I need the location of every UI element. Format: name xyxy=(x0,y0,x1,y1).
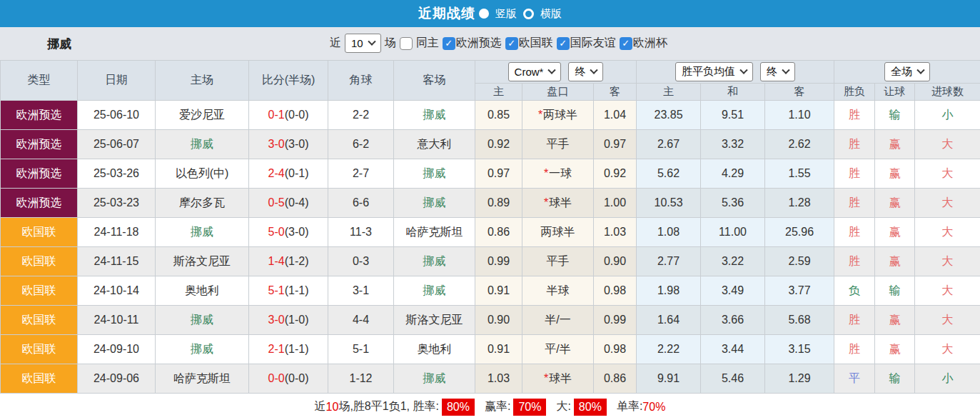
crow-group-header: Crow* 终 xyxy=(475,61,637,84)
mean-home-odds: 9.91 xyxy=(637,364,701,394)
mean-home-odds: 1.98 xyxy=(637,276,701,306)
home-team-cell: 挪威 xyxy=(156,306,249,335)
type-cell: 欧国联 xyxy=(1,306,78,335)
type-cell: 欧洲预选 xyxy=(1,159,78,189)
mean-type-select[interactable]: 胜平负均值 xyxy=(675,62,753,81)
mean-away-odds: 25.96 xyxy=(765,218,834,247)
competition-checkbox-1[interactable]: ✓ xyxy=(505,37,518,50)
home-team-cell: 挪威 xyxy=(156,130,249,159)
date-cell: 24-10-14 xyxy=(78,276,156,306)
spread-result-cell: 赢 xyxy=(875,306,915,335)
score-cell: 5-1(1-1) xyxy=(249,276,328,306)
competition-label: 国际友谊 xyxy=(570,36,616,51)
col-header-score: 比分(半场) xyxy=(249,61,328,101)
single-rate-label: 单率: xyxy=(617,399,642,414)
corner-cell: 0-3 xyxy=(328,247,394,276)
goals-result-cell: 大 xyxy=(915,218,980,247)
score-cell: 0-0(0-0) xyxy=(249,364,328,394)
type-cell: 欧国联 xyxy=(1,276,78,306)
mean-period-select[interactable]: 终 xyxy=(760,62,795,81)
competition-checkbox-3[interactable]: ✓ xyxy=(620,37,632,50)
table-row: 欧国联24-11-15斯洛文尼亚1-4(1-2)0-3挪威0.99平手0.902… xyxy=(1,247,980,276)
type-cell: 欧国联 xyxy=(1,335,78,364)
sub-header-spread: 让球 xyxy=(875,84,915,101)
away-team-cell: 奥地利 xyxy=(394,335,475,364)
table-row: 欧国联24-09-06哈萨克斯坦0-0(0-0)1-12挪威1.03*球半0.8… xyxy=(1,364,980,394)
competition-label: 欧洲杯 xyxy=(633,36,667,51)
corner-cell: 1-12 xyxy=(328,364,394,394)
scope-select[interactable]: 全场 xyxy=(884,62,930,81)
single-rate-value: 70% xyxy=(642,401,665,414)
big-rate-label: 大: xyxy=(556,399,570,414)
mean-draw-odds: 5.36 xyxy=(701,189,765,218)
chevron-down-icon xyxy=(739,66,747,74)
corner-cell: 11-3 xyxy=(328,218,394,247)
check-icon: ✓ xyxy=(507,39,515,48)
score-cell: 0-1(0-0) xyxy=(249,101,328,130)
table-row: 欧洲预选25-03-23摩尔多瓦0-5(0-4)6-6挪威0.89*球半1.00… xyxy=(1,189,980,218)
result-cell: 胜 xyxy=(834,189,875,218)
mean-away-odds: 1.28 xyxy=(765,189,834,218)
competition-label: 欧国联 xyxy=(519,36,553,51)
sub-header-handicap: 盘口 xyxy=(522,84,594,101)
results-tbody: 欧洲预选25-06-10爱沙尼亚0-1(0-0)2-2挪威0.85*两球半1.0… xyxy=(1,101,980,394)
table-row: 欧国联24-10-14奥地利5-1(1-1)3-1挪威0.91半球0.981.9… xyxy=(1,276,980,306)
corner-cell: 6-2 xyxy=(328,130,394,159)
away-team-cell: 哈萨克斯坦 xyxy=(394,218,475,247)
competition-filter: ✓ 欧国联 xyxy=(505,36,553,51)
result-cell: 胜 xyxy=(834,218,875,247)
date-cell: 25-06-07 xyxy=(78,130,156,159)
sub-header-mean-home: 主 xyxy=(637,84,701,101)
home-team-cell: 摩尔多瓦 xyxy=(156,189,249,218)
spread-result-cell: 输 xyxy=(875,276,915,306)
mean-group-header: 胜平负均值 终 xyxy=(637,61,834,84)
result-cell: 胜 xyxy=(834,335,875,364)
mean-away-odds: 5.68 xyxy=(765,306,834,335)
col-header-type: 类型 xyxy=(1,61,78,101)
competition-checkbox-2[interactable]: ✓ xyxy=(557,37,570,50)
result-cell: 胜 xyxy=(834,130,875,159)
crow-away-odds: 1.00 xyxy=(594,189,637,218)
horizontal-layout-label[interactable]: 横版 xyxy=(540,7,562,21)
bookmaker-select[interactable]: Crow* xyxy=(508,62,562,81)
result-cell: 平 xyxy=(834,364,875,394)
home-team-cell: 挪威 xyxy=(156,335,249,364)
sub-header-crow-home: 主 xyxy=(475,84,522,101)
spread-result-cell: 赢 xyxy=(875,218,915,247)
sub-header-result: 胜负 xyxy=(834,84,875,101)
sub-header-crow-away: 客 xyxy=(594,84,637,101)
vertical-layout-label[interactable]: 竖版 xyxy=(495,7,517,21)
mean-draw-odds: 4.29 xyxy=(701,159,765,189)
crow-period-select[interactable]: 终 xyxy=(568,62,603,81)
mean-home-odds: 1.08 xyxy=(637,218,701,247)
result-cell: 胜 xyxy=(834,101,875,130)
col-header-date: 日期 xyxy=(78,61,156,101)
same-home-checkbox[interactable] xyxy=(400,37,413,50)
date-cell: 25-03-23 xyxy=(78,189,156,218)
handicap-cell: 平/半 xyxy=(522,335,594,364)
match-count-select[interactable]: 10 xyxy=(345,34,381,53)
crow-home-odds: 0.91 xyxy=(475,276,522,306)
mean-home-odds: 2.67 xyxy=(637,130,701,159)
competition-checkbox-0[interactable]: ✓ xyxy=(443,37,455,50)
crow-home-odds: 1.03 xyxy=(475,364,522,394)
goals-result-cell: 大 xyxy=(915,276,980,306)
mean-draw-odds: 5.46 xyxy=(701,364,765,394)
date-cell: 24-10-11 xyxy=(78,306,156,335)
handicap-cell: *球半 xyxy=(522,189,594,218)
team-name: 挪威 xyxy=(47,36,71,52)
crow-away-odds: 0.92 xyxy=(594,159,637,189)
table-row: 欧国联24-10-11挪威3-0(1-0)4-4斯洛文尼亚0.90半/一0.99… xyxy=(1,306,980,335)
spread-result-cell: 赢 xyxy=(875,159,915,189)
type-cell: 欧国联 xyxy=(1,364,78,394)
score-cell: 5-0(3-0) xyxy=(249,218,328,247)
competition-filter: ✓ 国际友谊 xyxy=(557,36,616,51)
games-label: 场 xyxy=(385,36,396,51)
mean-away-odds: 2.59 xyxy=(765,247,834,276)
corner-cell: 2-2 xyxy=(328,101,394,130)
vertical-layout-radio[interactable] xyxy=(479,9,489,19)
handicap-cell: 平手 xyxy=(522,247,594,276)
home-team-cell: 以色列(中) xyxy=(156,159,249,189)
check-icon: ✓ xyxy=(559,39,567,48)
horizontal-layout-radio[interactable] xyxy=(523,9,534,19)
